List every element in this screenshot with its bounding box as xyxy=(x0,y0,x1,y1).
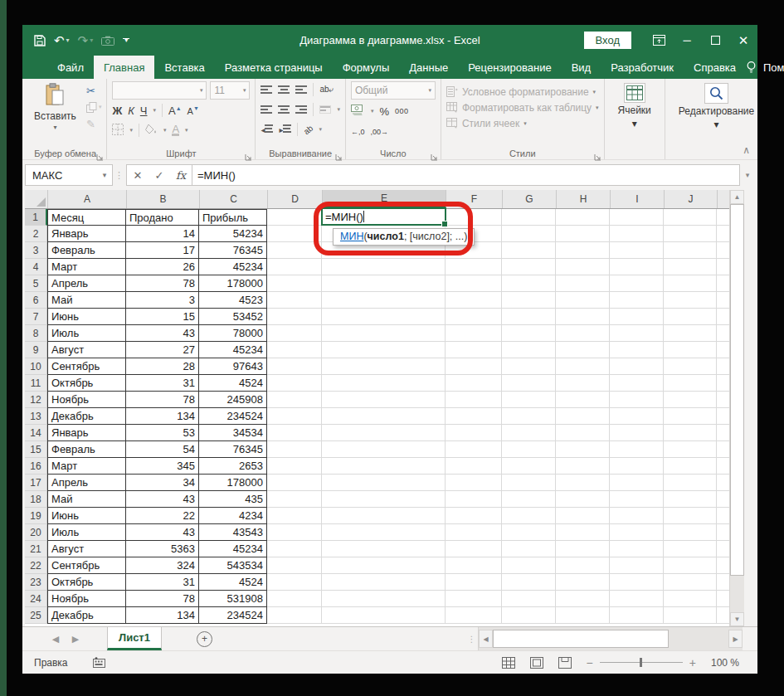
row-header-21[interactable]: 21 xyxy=(25,541,47,557)
cell-F10[interactable] xyxy=(446,358,502,375)
cell-B22[interactable]: 324 xyxy=(126,557,199,574)
cell-J10[interactable] xyxy=(664,358,717,375)
cell-K18[interactable] xyxy=(717,491,729,508)
scroll-left-icon[interactable]: ◀ xyxy=(479,630,493,648)
copy-icon[interactable]: ▾ xyxy=(86,101,102,113)
cell-D11[interactable] xyxy=(267,375,322,392)
column-header-C[interactable]: C xyxy=(200,190,268,208)
cell-G19[interactable] xyxy=(502,508,556,524)
row-header-7[interactable]: 7 xyxy=(25,309,47,325)
sheet-next-icon[interactable]: ▶ xyxy=(66,627,85,650)
cell-F6[interactable] xyxy=(446,292,502,309)
cell-D5[interactable] xyxy=(267,275,322,292)
styles-dialog-launcher[interactable] xyxy=(594,149,601,157)
cell-E24[interactable] xyxy=(322,591,446,607)
merge-center-icon[interactable] xyxy=(319,105,331,114)
accounting-format-icon[interactable] xyxy=(351,105,365,118)
cell-E9[interactable] xyxy=(322,342,446,358)
name-box[interactable]: МАКС ▾ xyxy=(25,164,113,186)
cell-F19[interactable] xyxy=(446,508,502,524)
cell-D6[interactable] xyxy=(267,292,322,309)
cell-I17[interactable] xyxy=(610,475,664,491)
cell-B6[interactable]: 3 xyxy=(126,292,199,309)
cell-G4[interactable] xyxy=(502,259,556,275)
cells-button[interactable]: Ячейки ▾ xyxy=(610,81,660,131)
row-header-2[interactable]: 2 xyxy=(25,226,47,242)
cell-B21[interactable]: 5363 xyxy=(126,541,199,557)
cell-I22[interactable] xyxy=(610,557,664,574)
cell-K7[interactable] xyxy=(717,309,729,325)
ribbon-tab-Формулы[interactable]: Формулы xyxy=(333,56,400,79)
row-header-3[interactable]: 3 xyxy=(25,242,47,259)
cell-B4[interactable]: 26 xyxy=(126,259,199,275)
cell-E18[interactable] xyxy=(322,491,446,508)
row-header-8[interactable]: 8 xyxy=(25,325,47,342)
cell-B16[interactable]: 345 xyxy=(126,458,199,475)
row-header-12[interactable]: 12 xyxy=(25,392,47,408)
horizontal-scroll-thumb[interactable] xyxy=(493,630,669,648)
cell-G1[interactable] xyxy=(502,209,556,226)
row-header-9[interactable]: 9 xyxy=(25,342,47,358)
cell-E23[interactable] xyxy=(322,574,446,591)
cell-J18[interactable] xyxy=(664,491,717,508)
cancel-icon[interactable]: ✕ xyxy=(127,169,149,182)
view-page-layout-icon[interactable] xyxy=(530,657,543,669)
ribbon-display-icon[interactable] xyxy=(645,25,673,56)
ribbon-tab-Рецензирование[interactable]: Рецензирование xyxy=(458,56,561,79)
cell-A13[interactable]: Декабрь xyxy=(47,408,126,425)
cell-J16[interactable] xyxy=(664,458,717,475)
cell-J24[interactable] xyxy=(664,591,717,607)
cell-B25[interactable]: 134 xyxy=(126,607,199,624)
collapse-ribbon-icon[interactable]: ∧ xyxy=(743,144,750,156)
cell-G2[interactable] xyxy=(502,226,556,242)
ribbon-tab-Данные[interactable]: Данные xyxy=(399,56,458,79)
font-name-combo[interactable]: ▾ xyxy=(112,81,207,100)
sheet-prev-icon[interactable]: ◀ xyxy=(46,627,66,650)
cell-B8[interactable]: 43 xyxy=(126,325,199,342)
cell-C15[interactable]: 76345 xyxy=(199,441,267,458)
maximize-button[interactable] xyxy=(701,25,729,56)
column-header-E[interactable]: E xyxy=(323,190,446,208)
cell-I4[interactable] xyxy=(610,259,664,275)
cell-F24[interactable] xyxy=(446,591,502,607)
tooltip-function-link[interactable]: МИН xyxy=(340,231,363,242)
cell-H12[interactable] xyxy=(556,392,610,408)
cell-E10[interactable] xyxy=(322,358,446,375)
cell-H25[interactable] xyxy=(556,607,610,624)
align-center-icon[interactable] xyxy=(278,105,290,114)
cell-C11[interactable]: 4524 xyxy=(199,375,267,392)
cell-D17[interactable] xyxy=(267,475,322,491)
bold-button[interactable]: Ж xyxy=(112,105,122,117)
cell-K1[interactable] xyxy=(717,209,729,226)
row-header-16[interactable]: 16 xyxy=(25,458,47,475)
cell-C25[interactable]: 234524 xyxy=(199,607,267,624)
cell-J21[interactable] xyxy=(664,541,717,557)
cell-C2[interactable]: 54234 xyxy=(199,226,267,242)
row-header-6[interactable]: 6 xyxy=(25,292,47,309)
help-assistant-label[interactable]: Помощн xyxy=(763,61,784,74)
cell-F21[interactable] xyxy=(446,541,502,557)
row-header-22[interactable]: 22 xyxy=(25,557,47,574)
percent-style-icon[interactable]: % xyxy=(379,105,389,118)
cell-D10[interactable] xyxy=(267,358,322,375)
ribbon-tab-Разработчик[interactable]: Разработчик xyxy=(601,56,684,79)
enter-icon[interactable]: ✓ xyxy=(149,169,170,182)
clipboard-dialog-launcher[interactable] xyxy=(96,149,104,157)
expand-formula-bar-icon[interactable]: ▾ xyxy=(740,171,755,179)
alignment-dialog-launcher[interactable] xyxy=(335,149,343,157)
cell-G21[interactable] xyxy=(502,541,556,557)
cell-H19[interactable] xyxy=(556,508,610,524)
row-header-25[interactable]: 25 xyxy=(25,607,47,624)
cell-A1[interactable]: Месяц xyxy=(47,209,126,226)
row-header-15[interactable]: 15 xyxy=(25,441,47,458)
cell-F15[interactable] xyxy=(446,441,502,458)
cell-K21[interactable] xyxy=(717,541,729,557)
cell-J20[interactable] xyxy=(664,524,717,541)
cell-F8[interactable] xyxy=(446,325,502,342)
fill-handle[interactable] xyxy=(441,221,448,227)
cell-D18[interactable] xyxy=(267,491,322,508)
cell-A17[interactable]: Апрель xyxy=(47,475,126,491)
cell-G18[interactable] xyxy=(502,491,556,508)
cell-H11[interactable] xyxy=(556,375,610,392)
cell-F23[interactable] xyxy=(446,574,502,591)
